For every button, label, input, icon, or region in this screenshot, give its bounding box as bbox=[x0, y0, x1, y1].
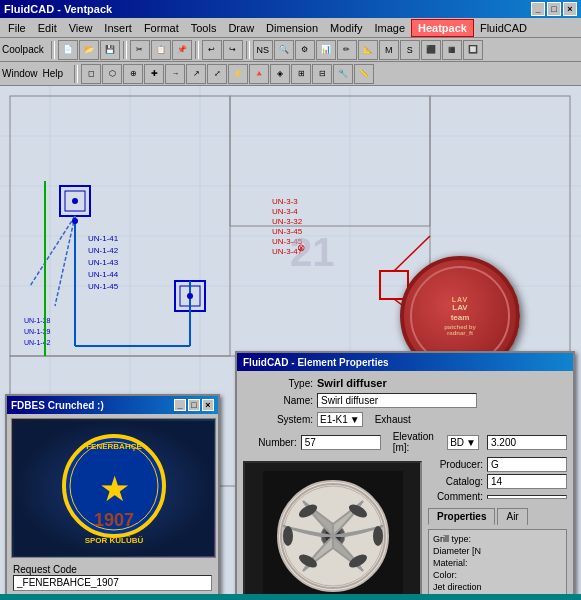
maximize-button[interactable]: □ bbox=[547, 2, 561, 16]
menu-image[interactable]: Image bbox=[368, 20, 411, 36]
type-row: Type: Swirl diffuser bbox=[243, 377, 567, 389]
help-label[interactable]: Help bbox=[43, 68, 64, 79]
diffuser-svg bbox=[263, 471, 403, 594]
toolbar2-b12[interactable]: ⊟ bbox=[312, 64, 332, 84]
toolbar2-b6[interactable]: ↗ bbox=[186, 64, 206, 84]
number-label: Number: bbox=[243, 437, 297, 448]
toolbar2-b11[interactable]: ⊞ bbox=[291, 64, 311, 84]
request-code-input[interactable]: _FENERBAHCE_1907 bbox=[13, 575, 212, 591]
svg-text:UN-1-28: UN-1-28 bbox=[24, 317, 51, 324]
menu-heatpack[interactable]: Heatpack bbox=[411, 19, 474, 37]
tab-properties[interactable]: Properties bbox=[428, 508, 495, 525]
system-label: System: bbox=[243, 414, 313, 425]
toolbar-b3[interactable]: ⚙ bbox=[295, 40, 315, 60]
app-title: FluidCAD - Ventpack bbox=[4, 3, 112, 15]
menu-view[interactable]: View bbox=[63, 20, 99, 36]
props-tabs: Properties Air bbox=[428, 508, 567, 525]
element-properties-window: FluidCAD - Element Properties Type: Swir… bbox=[235, 351, 575, 594]
toolbar2-b10[interactable]: ◈ bbox=[270, 64, 290, 84]
name-label: Name: bbox=[243, 395, 313, 406]
toolbar2-b4[interactable]: ✚ bbox=[144, 64, 164, 84]
toolbar-row2: Window Help ◻ ⬡ ⊕ ✚ → ↗ ⤢ ⚡ 🔺 ◈ ⊞ ⊟ 🔧 📏 bbox=[0, 62, 581, 86]
main-title-bar: FluidCAD - Ventpack _ □ × bbox=[0, 0, 581, 18]
fdbes-maximize[interactable]: □ bbox=[188, 399, 200, 411]
toolbar-b4[interactable]: 📊 bbox=[316, 40, 336, 60]
menu-modify[interactable]: Modify bbox=[324, 20, 368, 36]
menu-dimension[interactable]: Dimension bbox=[260, 20, 324, 36]
toolbar-undo[interactable]: ↩ bbox=[202, 40, 222, 60]
fdbes-minimize[interactable]: _ bbox=[174, 399, 186, 411]
elevation-value[interactable]: 3.200 bbox=[487, 435, 567, 450]
menu-file[interactable]: File bbox=[2, 20, 32, 36]
toolbar2-b7[interactable]: ⤢ bbox=[207, 64, 227, 84]
fdbes-close[interactable]: × bbox=[202, 399, 214, 411]
toolbar-separator bbox=[51, 41, 55, 59]
fdbes-title-buttons: _ □ × bbox=[174, 399, 214, 411]
toolbar-b11[interactable]: 🔲 bbox=[463, 40, 483, 60]
response-code-label: Response Code bbox=[13, 593, 212, 594]
toolbar-save[interactable]: 💾 bbox=[100, 40, 120, 60]
material-row: Material: bbox=[433, 558, 562, 568]
toolbar-b2[interactable]: 🔍 bbox=[274, 40, 294, 60]
toolbar-b9[interactable]: ⬛ bbox=[421, 40, 441, 60]
system-row: System: E1-K1 ▼ Exhaust bbox=[243, 412, 567, 427]
menu-tools[interactable]: Tools bbox=[185, 20, 223, 36]
svg-point-43 bbox=[72, 218, 78, 224]
toolbar-b5[interactable]: ✏ bbox=[337, 40, 357, 60]
comment-label: Comment: bbox=[428, 491, 483, 502]
comment-value[interactable] bbox=[487, 495, 567, 499]
svg-point-62 bbox=[373, 526, 383, 546]
minimize-button[interactable]: _ bbox=[531, 2, 545, 16]
producer-row: Producer: G bbox=[428, 457, 567, 472]
jet-direction-row: Jet direction bbox=[433, 582, 562, 592]
menu-draw[interactable]: Draw bbox=[222, 20, 260, 36]
menu-format[interactable]: Format bbox=[138, 20, 185, 36]
toolbar-paste[interactable]: 📌 bbox=[172, 40, 192, 60]
toolbar-open[interactable]: 📂 bbox=[79, 40, 99, 60]
system-select[interactable]: E1-K1 ▼ bbox=[317, 412, 363, 427]
menu-edit[interactable]: Edit bbox=[32, 20, 63, 36]
close-button[interactable]: × bbox=[563, 2, 577, 16]
toolbar2-sep bbox=[74, 65, 78, 83]
toolbar2-b5[interactable]: → bbox=[165, 64, 185, 84]
fdbes-window: FDBES Crunched :) _ □ × bbox=[5, 394, 220, 594]
jet-direction-label: Jet direction bbox=[433, 582, 482, 592]
toolbar2-b3[interactable]: ⊕ bbox=[123, 64, 143, 84]
tab-air[interactable]: Air bbox=[497, 508, 527, 525]
svg-point-61 bbox=[283, 526, 293, 546]
toolbar-cut[interactable]: ✂ bbox=[130, 40, 150, 60]
toolbar2-b8[interactable]: ⚡ bbox=[228, 64, 248, 84]
svg-text:UN-1-45: UN-1-45 bbox=[88, 282, 119, 291]
toolbar2-b13[interactable]: 🔧 bbox=[333, 64, 353, 84]
toolbar-b1[interactable]: NS bbox=[253, 40, 273, 60]
toolbar-redo[interactable]: ↪ bbox=[223, 40, 243, 60]
toolbar-b6[interactable]: 📐 bbox=[358, 40, 378, 60]
toolbar-b8[interactable]: S bbox=[400, 40, 420, 60]
producer-value[interactable]: G bbox=[487, 457, 567, 472]
menu-fluidcad[interactable]: FluidCAD bbox=[474, 20, 533, 36]
svg-text:UN-3-4: UN-3-4 bbox=[272, 207, 298, 216]
diffuser-image-area bbox=[243, 461, 422, 594]
toolbar-copy[interactable]: 📋 bbox=[151, 40, 171, 60]
material-label: Material: bbox=[433, 558, 468, 568]
toolbar-new[interactable]: 📄 bbox=[58, 40, 78, 60]
number-row: Number: 57 Elevation [m]: BD ▼ 3.200 bbox=[243, 431, 567, 453]
svg-text:1907: 1907 bbox=[93, 510, 133, 530]
svg-text:SPOR KULÜBÜ: SPOR KULÜBÜ bbox=[84, 536, 143, 545]
catalog-value[interactable]: 14 bbox=[487, 474, 567, 489]
color-label: Color: bbox=[433, 570, 457, 580]
toolbar2-b9[interactable]: 🔺 bbox=[249, 64, 269, 84]
svg-text:★: ★ bbox=[98, 469, 129, 508]
toolbar-b10[interactable]: ▦ bbox=[442, 40, 462, 60]
number-value[interactable]: 57 bbox=[301, 435, 381, 450]
toolbar2-b14[interactable]: 📏 bbox=[354, 64, 374, 84]
name-value[interactable]: Swirl diffuser bbox=[317, 393, 477, 408]
toolbar2-b1[interactable]: ◻ bbox=[81, 64, 101, 84]
menu-insert[interactable]: Insert bbox=[98, 20, 138, 36]
toolbar2-b2[interactable]: ⬡ bbox=[102, 64, 122, 84]
toolbar-b7[interactable]: M bbox=[379, 40, 399, 60]
exhaust-label: Exhaust bbox=[375, 414, 411, 425]
svg-text:UN-1-42: UN-1-42 bbox=[24, 339, 51, 346]
grill-type-label: Grill type: bbox=[433, 534, 471, 544]
elevation-select[interactable]: BD ▼ bbox=[447, 435, 479, 450]
